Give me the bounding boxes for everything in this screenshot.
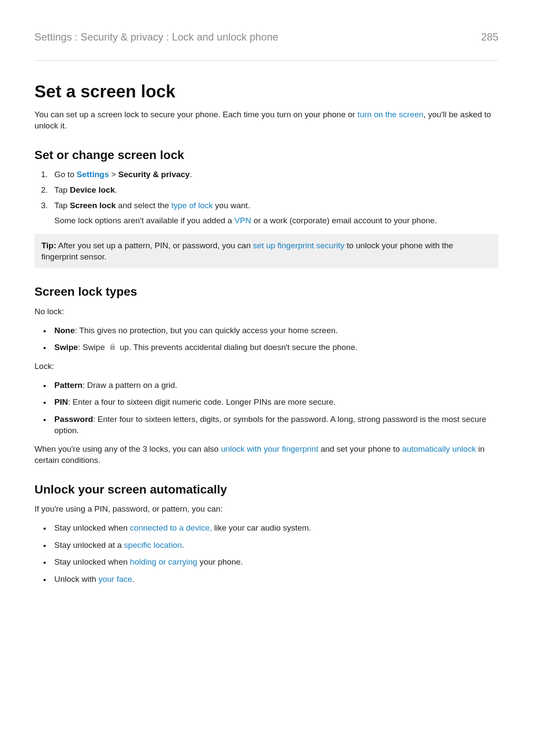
step-3-note: Some lock options aren't available if yo… xyxy=(54,215,498,226)
link-auto-unlock[interactable]: automatically unlock xyxy=(402,444,476,453)
tip-label: Tip: xyxy=(41,241,56,250)
heading-set-or-change: Set or change screen lock xyxy=(34,147,498,163)
auto-3-post: your phone. xyxy=(197,557,243,566)
bold-none: None xyxy=(54,326,75,335)
link-specific-location[interactable]: specific location xyxy=(124,540,182,550)
item-password: Password: Enter four to sixteen letters,… xyxy=(51,414,498,436)
step-3-pre: Tap xyxy=(54,201,70,210)
page-header: Settings : Security & privacy : Lock and… xyxy=(34,30,498,61)
step-2-pre: Tap xyxy=(54,185,70,194)
step-2-post: . xyxy=(115,185,117,194)
closing-pre: When you're using any of the 3 locks, yo… xyxy=(34,444,221,453)
pattern-rest: : Draw a pattern on a grid. xyxy=(82,381,177,390)
bold-screen-lock: Screen lock xyxy=(70,201,116,210)
auto-list: Stay unlocked when connected to a device… xyxy=(34,522,498,585)
pin-rest: : Enter a four to sixteen digit numeric … xyxy=(68,397,336,406)
link-connected-device[interactable]: connected to a device, xyxy=(130,523,212,532)
page-title: Set a screen lock xyxy=(34,80,498,103)
intro-paragraph: You can set up a screen lock to secure y… xyxy=(34,109,498,131)
auto-2-post: . xyxy=(182,540,184,550)
bold-pattern: Pattern xyxy=(54,381,82,390)
auto-item-4: Unlock with your face. xyxy=(51,574,498,585)
bold-security-privacy: Security & privacy xyxy=(118,170,190,179)
swipe-pre: : Swipe xyxy=(78,343,107,352)
bold-pin: PIN xyxy=(54,397,68,406)
link-unlock-fingerprint[interactable]: unlock with your fingerprint xyxy=(221,444,318,453)
step-3-note-pre: Some lock options aren't available if yo… xyxy=(54,216,235,225)
auto-1-pre: Stay unlocked when xyxy=(54,523,130,532)
auto-4-pre: Unlock with xyxy=(54,575,98,584)
bold-device-lock: Device lock xyxy=(70,185,115,194)
tip-box: Tip: After you set up a pattern, PIN, or… xyxy=(34,234,498,268)
item-pattern: Pattern: Draw a pattern on a grid. xyxy=(51,380,498,391)
step-3-post: you want. xyxy=(213,201,250,210)
link-type-of-lock[interactable]: type of lock xyxy=(171,201,213,210)
link-vpn[interactable]: VPN xyxy=(235,216,251,225)
swipe-post: up. This prevents accidental dialing but… xyxy=(118,343,358,352)
heading-unlock-auto: Unlock your screen automatically xyxy=(34,481,498,498)
step-3-note-post: or a work (corporate) email account to y… xyxy=(251,216,437,225)
link-turn-on-screen[interactable]: turn on the screen xyxy=(357,110,423,119)
auto-lead: If you're using a PIN, password, or patt… xyxy=(34,503,498,515)
link-holding-carrying[interactable]: holding or carrying xyxy=(130,557,197,566)
lock-list: Pattern: Draw a pattern on a grid. PIN: … xyxy=(34,380,498,436)
no-lock-label: No lock: xyxy=(34,306,498,317)
step-1: Go to Settings > Security & privacy. xyxy=(50,169,498,180)
lock-label: Lock: xyxy=(34,361,498,372)
step-3: Tap Screen lock and select the type of l… xyxy=(50,200,498,226)
auto-item-3: Stay unlocked when holding or carrying y… xyxy=(51,556,498,568)
types-closing: When you're using any of the 3 locks, yo… xyxy=(34,444,498,465)
intro-text-1: You can set up a screen lock to secure y… xyxy=(34,110,357,119)
breadcrumb: Settings : Security & privacy : Lock and… xyxy=(34,30,278,44)
no-lock-list: None: This gives no protection, but you … xyxy=(34,325,498,353)
link-setup-fingerprint[interactable]: set up fingerprint security xyxy=(253,241,344,250)
bold-swipe: Swipe xyxy=(54,343,78,352)
bold-password: Password xyxy=(54,415,93,424)
auto-3-pre: Stay unlocked when xyxy=(54,557,130,566)
auto-item-1: Stay unlocked when connected to a device… xyxy=(51,522,498,534)
link-settings[interactable]: Settings xyxy=(77,170,109,179)
step-1-mid: > xyxy=(109,170,119,179)
closing-mid: and set your phone to xyxy=(318,444,402,453)
document-page: Settings : Security & privacy : Lock and… xyxy=(0,0,535,756)
item-swipe: Swipe: Swipe up. This prevents accidenta… xyxy=(51,342,498,353)
page-number: 285 xyxy=(481,30,498,44)
none-rest: : This gives no protection, but you can … xyxy=(75,326,338,335)
auto-4-post: . xyxy=(132,575,135,584)
step-3-mid: and select the xyxy=(116,201,172,210)
item-pin: PIN: Enter a four to sixteen digit numer… xyxy=(51,397,498,408)
link-your-face[interactable]: your face xyxy=(98,575,132,584)
lock-icon xyxy=(109,343,116,351)
step-1-pre: Go to xyxy=(54,170,77,179)
step-1-post: . xyxy=(190,170,192,179)
set-change-steps: Go to Settings > Security & privacy. Tap… xyxy=(34,169,498,226)
tip-pre: After you set up a pattern, PIN, or pass… xyxy=(56,241,253,250)
item-none: None: This gives no protection, but you … xyxy=(51,325,498,336)
heading-screen-lock-types: Screen lock types xyxy=(34,284,498,300)
password-rest: : Enter four to sixteen letters, digits,… xyxy=(54,415,486,435)
auto-2-pre: Stay unlocked at a xyxy=(54,540,124,550)
auto-1-post: like your car audio system. xyxy=(212,523,311,532)
step-2: Tap Device lock. xyxy=(50,184,498,196)
auto-item-2: Stay unlocked at a specific location. xyxy=(51,540,498,551)
